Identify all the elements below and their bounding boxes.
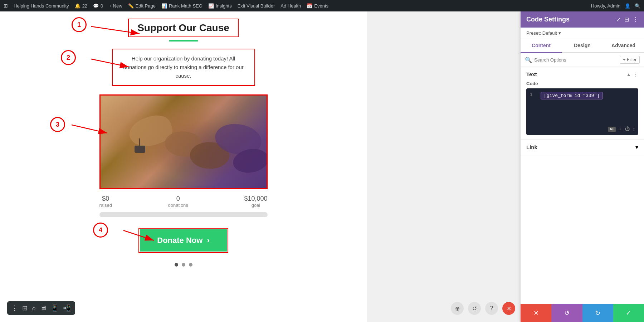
stat-donations-value: 0: [168, 195, 188, 203]
more-options-icon[interactable]: ⋮: [633, 16, 638, 23]
toolbar-grid-icon[interactable]: ⊞: [22, 304, 28, 312]
canvas-content: 1 2 3 4 Support Our Cause Help our organ…: [0, 11, 367, 267]
title-section: Support Our Cause: [0, 19, 367, 42]
filter-plus-icon: +: [623, 57, 625, 62]
wp-icon: ⊞: [4, 3, 8, 9]
arrows-icon[interactable]: ↕: [633, 126, 635, 132]
stat-goal: $10,000 goal: [244, 195, 267, 208]
toolbar-search-icon[interactable]: ⌕: [32, 304, 36, 312]
carousel-dots: [175, 263, 192, 267]
rank-math-button[interactable]: 📊 Rank Math SEO: [161, 3, 203, 9]
annotation-1: 1: [72, 17, 87, 32]
image-overlay: [101, 96, 267, 188]
update-count[interactable]: 🔔 22: [75, 3, 87, 9]
title-underline: [169, 40, 198, 42]
insights-icon: 📈: [208, 3, 214, 9]
line-number: 1: [530, 92, 537, 99]
toolbar-mobile-icon[interactable]: 📲: [63, 304, 71, 312]
filter-button[interactable]: + Filter: [620, 56, 640, 64]
text-section-header: Text ▲ ⋮: [526, 71, 638, 77]
add-code-icon[interactable]: +: [619, 126, 621, 132]
donate-arrow-icon: ›: [207, 236, 209, 245]
preset-chevron-icon: ▾: [558, 30, 561, 36]
stat-raised-label: raised: [99, 203, 112, 208]
carousel-dot-2[interactable]: [182, 263, 185, 267]
text-section-icons: ▲ ⋮: [626, 72, 638, 77]
cancel-button[interactable]: ✕: [521, 304, 551, 322]
new-button[interactable]: + New: [109, 3, 122, 9]
donate-button-wrapper: Donate Now ›: [0, 228, 367, 253]
site-name[interactable]: Helping Hands Community: [14, 3, 69, 9]
toolbar-tablet-icon[interactable]: 📱: [51, 304, 59, 312]
link-section-title: Link: [526, 144, 537, 150]
donation-image: [99, 94, 268, 189]
bottom-toolbar: ⋮ ⊞ ⌕ 🖥 📱 📲: [7, 301, 75, 315]
description-box: Help our organization by donating today!…: [112, 49, 255, 86]
toolbar-desktop-icon[interactable]: 🖥: [40, 304, 47, 312]
search-icon[interactable]: 🔍: [635, 3, 640, 9]
admin-avatar: 👤: [625, 3, 630, 9]
admin-bar: ⊞ Helping Hands Community 🔔 22 💬 0 + New…: [0, 0, 644, 11]
sync-icon-button[interactable]: ↺: [468, 302, 481, 315]
code-line-1: 1 [give_form id="339"]: [530, 92, 635, 99]
carousel-dot-1[interactable]: [175, 263, 178, 267]
confirm-button[interactable]: ✓: [613, 304, 644, 322]
progress-bar: [99, 212, 268, 217]
power-icon[interactable]: ⏻: [625, 126, 630, 132]
events-icon: 📅: [307, 3, 312, 9]
howdy-label: Howdy, Admin: [591, 3, 620, 9]
carousel-dot-3[interactable]: [189, 263, 192, 267]
events-button[interactable]: 📅 Events: [307, 3, 328, 9]
panel-header-icons: ⤢ ⊟ ⋮: [616, 16, 638, 23]
exit-builder-button[interactable]: Exit Visual Builder: [238, 3, 275, 9]
stat-raised: $0 raised: [99, 195, 112, 208]
collapse-icon[interactable]: ▲: [626, 72, 631, 77]
section-more-icon[interactable]: ⋮: [633, 72, 638, 77]
main-canvas: 1 2 3 4 Support Our Cause Help our organ…: [0, 11, 367, 322]
ad-health-button[interactable]: Ad Health: [280, 3, 301, 9]
expand-icon[interactable]: ⤢: [616, 16, 621, 23]
panel-tabs: Content Design Advanced: [521, 39, 644, 53]
code-editor[interactable]: 1 [give_form id="339"] AI + ⏻ ↕: [526, 88, 638, 135]
search-options-input[interactable]: [534, 57, 618, 63]
rank-math-icon: 📊: [161, 3, 167, 9]
panel-header: Code Settings ⤢ ⊟ ⋮: [521, 11, 644, 28]
columns-icon[interactable]: ⊟: [624, 16, 629, 23]
annotation-4: 4: [93, 223, 108, 238]
preset-bar[interactable]: Preset: Default ▾: [521, 28, 644, 39]
link-section[interactable]: Link ▾: [521, 140, 644, 155]
text-section-title: Text: [526, 71, 537, 77]
tab-advanced[interactable]: Advanced: [603, 39, 644, 53]
heart-icon: 🔔: [75, 3, 80, 9]
comment-icon: 💬: [93, 3, 99, 9]
wp-logo[interactable]: ⊞: [4, 3, 8, 9]
tab-content[interactable]: Content: [521, 39, 562, 53]
help-icon-button[interactable]: ⊕: [451, 302, 464, 315]
search-options-bar: 🔍 + Filter: [521, 53, 644, 67]
link-chevron-icon: ▾: [635, 144, 638, 151]
right-bottom-icons: ⊕ ↺ ? ✕: [451, 302, 515, 315]
edit-page-button[interactable]: ✏️ Edit Page: [128, 3, 156, 9]
insights-button[interactable]: 📈 Insights: [208, 3, 232, 9]
donate-button-box: Donate Now ›: [138, 228, 228, 253]
donate-now-button[interactable]: Donate Now ›: [140, 229, 226, 252]
redo-button[interactable]: ↻: [582, 304, 613, 322]
site-name-label: Helping Hands Community: [14, 3, 69, 9]
annotation-3: 3: [50, 117, 65, 132]
code-label: Code: [526, 81, 638, 86]
undo-button[interactable]: ↺: [551, 304, 582, 322]
question-icon-button[interactable]: ?: [485, 302, 498, 315]
toolbar-more-icon[interactable]: ⋮: [11, 304, 18, 312]
ai-badge: AI: [608, 127, 616, 132]
code-editor-actions: AI + ⏻ ↕: [608, 126, 635, 132]
section-title: Support Our Cause: [128, 19, 239, 37]
comment-count[interactable]: 💬 0: [93, 3, 103, 9]
panel-actions: ✕ ↺ ↻ ✓: [521, 304, 644, 322]
close-icon-button[interactable]: ✕: [502, 302, 515, 315]
hands-image-bg: [101, 96, 267, 188]
stats-row: $0 raised 0 donations $10,000 goal: [99, 195, 268, 208]
search-icon: 🔍: [525, 57, 532, 63]
stat-goal-label: goal: [244, 203, 267, 208]
tab-design[interactable]: Design: [562, 39, 603, 53]
text-section: Text ▲ ⋮ Code 1 [give_form id="339"] AI …: [521, 67, 644, 140]
